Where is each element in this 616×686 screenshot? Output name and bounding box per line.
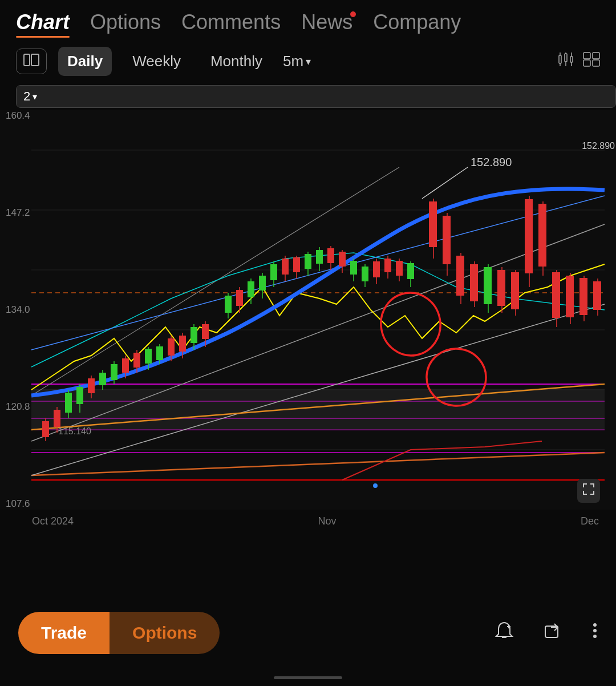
svg-rect-66 [225,296,232,313]
svg-rect-82 [316,250,323,264]
svg-rect-36 [42,421,49,437]
svg-rect-106 [470,264,478,301]
options-trade-button[interactable]: Options [110,612,220,654]
svg-rect-5 [565,54,567,62]
panel-icon [23,54,39,66]
panel-toggle-button[interactable] [16,49,47,74]
svg-rect-86 [339,252,346,267]
layer-count-label: 2 [23,89,30,104]
chart-area: 160.4 147.2 134.0 120.8 107.6 152.890 [0,110,616,510]
fullscreen-icon [583,483,594,495]
nav-chart[interactable]: Chart [16,10,70,34]
svg-rect-1 [31,54,39,66]
svg-rect-92 [373,261,380,277]
bell-plus-icon [494,620,514,641]
svg-rect-70 [248,281,254,297]
svg-text:152.890: 152.890 [471,156,512,168]
svg-line-32 [31,167,399,396]
svg-rect-100 [429,201,437,247]
monthly-timeframe-button[interactable]: Monthly [201,47,271,76]
candlestick-icon [557,52,574,67]
svg-rect-84 [327,248,334,263]
svg-rect-12 [593,53,599,59]
chevron-down-icon: ▾ [33,91,37,102]
svg-rect-80 [305,254,311,269]
x-label-oct: Oct 2024 [32,515,74,527]
svg-rect-116 [538,204,546,267]
svg-rect-50 [122,358,129,373]
svg-line-127 [422,167,468,199]
interval-selector-button[interactable]: 5m ▾ [283,53,311,70]
svg-rect-40 [65,393,72,413]
svg-rect-46 [99,373,106,385]
more-dots-icon [592,620,598,641]
svg-rect-62 [191,327,197,343]
nav-options[interactable]: Options [90,10,161,34]
nav-news[interactable]: News [301,10,352,34]
x-label-nov: Nov [318,515,337,527]
top-navigation: Chart Options Comments News Company [0,0,616,40]
svg-rect-112 [511,272,519,309]
layout-button[interactable] [583,52,600,71]
candles-dec [429,196,601,327]
scroll-indicator [274,676,342,679]
svg-rect-42 [76,387,83,404]
svg-rect-13 [583,60,590,66]
svg-rect-56 [156,346,163,360]
svg-rect-76 [282,259,289,275]
fullscreen-button[interactable] [577,479,600,503]
svg-rect-110 [497,270,505,306]
svg-rect-54 [145,349,152,364]
nav-company[interactable]: Company [373,10,461,34]
chart-toolbar: Daily Weekly Monthly 5m ▾ [0,40,616,83]
svg-rect-72 [259,276,266,290]
svg-rect-48 [111,364,117,380]
svg-rect-58 [168,338,175,356]
x-label-dec: Dec [581,515,599,527]
svg-rect-122 [579,278,587,315]
x-axis-labels: Oct 2024 Nov Dec [0,510,616,532]
svg-rect-108 [484,267,492,304]
svg-rect-90 [362,267,368,281]
svg-line-29 [31,453,605,475]
indicator-settings-button[interactable] [557,52,574,71]
bottom-icons-group [494,620,598,645]
layer-count-selector[interactable]: 2 ▾ [16,85,616,108]
svg-rect-68 [236,290,243,306]
svg-rect-98 [407,263,414,279]
svg-rect-0 [24,54,30,66]
svg-rect-120 [566,276,574,317]
svg-rect-14 [593,60,599,66]
nav-comments[interactable]: Comments [181,10,281,34]
daily-timeframe-button[interactable]: Daily [58,47,112,76]
share-button[interactable] [543,620,564,645]
svg-rect-64 [202,324,209,339]
svg-rect-104 [456,256,464,296]
svg-rect-52 [133,353,140,368]
more-options-button[interactable] [592,620,598,645]
svg-rect-74 [270,264,277,280]
svg-rect-78 [293,257,300,272]
alert-button[interactable] [494,620,514,645]
svg-point-130 [373,483,378,488]
svg-rect-44 [88,378,95,393]
svg-point-137 [593,629,597,632]
svg-text:115.140: 115.140 [58,426,91,436]
svg-rect-11 [583,53,590,59]
weekly-timeframe-button[interactable]: Weekly [123,47,190,76]
svg-rect-60 [179,336,186,352]
svg-rect-118 [552,272,560,318]
svg-point-138 [593,635,597,638]
candlestick-chart-svg[interactable]: 152.890 115.140 [0,110,616,510]
svg-rect-124 [593,281,601,310]
trade-button[interactable]: Trade [18,612,110,654]
share-icon [543,620,564,641]
news-notification-dot [350,11,356,17]
svg-rect-8 [570,57,573,62]
svg-point-136 [593,623,597,627]
grid-icon [583,52,600,67]
svg-rect-102 [443,216,451,264]
svg-rect-88 [350,261,357,275]
svg-rect-114 [525,199,533,273]
toolbar-right-controls [557,52,600,71]
